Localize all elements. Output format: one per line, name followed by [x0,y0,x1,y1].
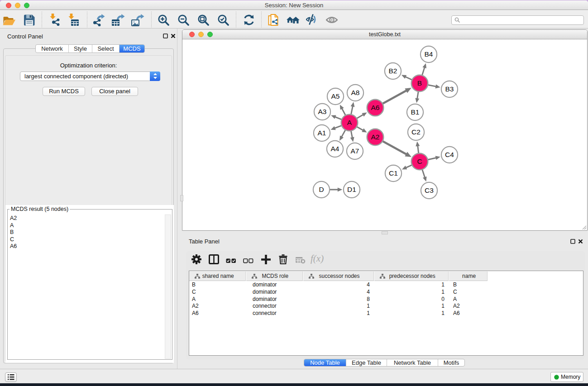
svg-text:A7: A7 [351,147,359,155]
svg-text:D1: D1 [347,186,356,193]
svg-text:A6: A6 [371,104,380,111]
svg-text:B1: B1 [411,108,420,116]
svg-text:D: D [319,186,324,193]
svg-text:B3: B3 [445,85,454,93]
svg-text:C: C [417,157,422,165]
svg-text:A3: A3 [318,108,327,115]
svg-text:A1: A1 [318,129,326,137]
svg-text:B2: B2 [389,67,397,75]
svg-text:C1: C1 [389,169,398,177]
svg-text:A5: A5 [331,92,340,100]
svg-text:A2: A2 [371,133,380,141]
svg-text:B4: B4 [425,50,433,58]
svg-text:C3: C3 [425,186,434,194]
svg-text:A8: A8 [351,89,360,96]
svg-text:C4: C4 [445,151,454,158]
svg-text:A: A [347,119,352,126]
svg-text:A4: A4 [331,145,339,152]
svg-text:B: B [417,79,422,87]
svg-text:C2: C2 [411,128,421,136]
